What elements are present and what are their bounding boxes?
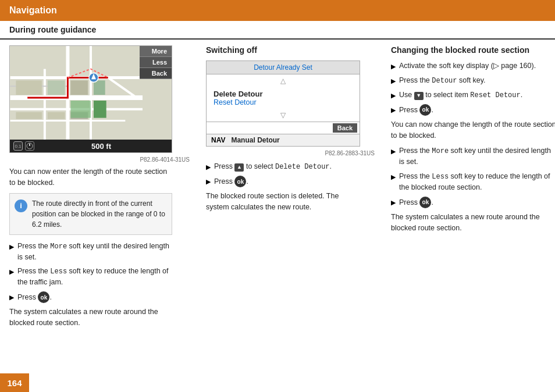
map-ref: P82.86-4014-31US xyxy=(9,156,190,163)
list-item: ▶ Press the Detour soft key. xyxy=(391,75,555,86)
right-bullet-list: ▶ Activate the soft key display (▷ page … xyxy=(391,60,555,116)
list-item: ▶ Press the Less soft key to reduce the … xyxy=(391,171,555,193)
bullet-text: Activate the soft key display (▷ page 16… xyxy=(399,60,536,72)
detour-items: Delete Detour Reset Detour xyxy=(207,87,360,109)
bullet-arrow: ▶ xyxy=(391,91,396,101)
info-box: i The route directly in front of the cur… xyxy=(9,193,172,235)
right-result-text: The system calculates a new route around… xyxy=(391,212,555,234)
triangle-up-icon: ▲ xyxy=(234,163,244,172)
svg-rect-14 xyxy=(70,80,88,95)
list-item: ▶ Press the More soft key until the desi… xyxy=(391,145,555,168)
info-box-text: The route directly in front of the curre… xyxy=(32,198,167,230)
map-distance-icon: 0.1 xyxy=(13,141,23,151)
list-item: ▶ Press ok. xyxy=(391,197,555,208)
svg-rect-18 xyxy=(70,101,91,118)
map-more-button[interactable]: More xyxy=(140,46,172,57)
ok-button-icon: ok xyxy=(38,291,49,303)
ok-button-icon: ok xyxy=(419,197,431,208)
middle-section-title: Switching off xyxy=(206,45,375,55)
map-image: More Less Back 0.1 500 ft xyxy=(9,45,172,153)
bullet-arrow: ▶ xyxy=(206,177,211,187)
detour-item-reset: Reset Detour xyxy=(214,98,353,106)
bullet-arrow: ▶ xyxy=(206,162,211,172)
bullet-text: Press the More soft key until the desire… xyxy=(17,241,172,263)
svg-rect-12 xyxy=(16,112,42,119)
right-column: Changing the blocked route section ▶ Act… xyxy=(391,45,555,333)
nav-label: NAV xyxy=(211,136,225,144)
bullet-arrow: ▶ xyxy=(391,105,396,115)
bullet-text: Press ok. xyxy=(399,197,433,208)
detour-nav-bar: NAV Manual Detour xyxy=(207,134,360,146)
left-calc-text: The system calculates a new route around… xyxy=(9,307,172,329)
svg-rect-13 xyxy=(48,112,65,119)
detour-ref: P82.86-2883-31US xyxy=(206,150,375,156)
detour-body: △ Delete Detour Reset Detour ▽ Back xyxy=(207,74,360,134)
svg-rect-11 xyxy=(48,80,65,95)
detour-arrow-down: ▽ xyxy=(207,109,360,122)
detour-title-bar: Detour Already Set xyxy=(207,61,360,74)
left-bullet-list: ▶ Press the More soft key until the desi… xyxy=(9,241,172,304)
subheader-title: During route guidance xyxy=(9,25,96,34)
detour-back-row: Back xyxy=(207,122,360,134)
middle-column: Switching off Detour Already Set △ Delet… xyxy=(206,45,375,333)
list-item: ▶ Press ok. xyxy=(391,104,555,116)
bullet-arrow: ▶ xyxy=(9,242,14,252)
right-extra-text: You can now change the length of the rou… xyxy=(391,119,555,141)
list-item: ▶ Activate the soft key display (▷ page … xyxy=(391,60,555,72)
bullet-arrow: ▶ xyxy=(391,172,396,182)
info-icon: i xyxy=(15,199,27,212)
map-less-button[interactable]: Less xyxy=(140,57,172,68)
bullet-arrow: ▶ xyxy=(391,76,396,86)
bullet-arrow: ▶ xyxy=(391,198,396,208)
detour-box: Detour Already Set △ Delete Detour Reset… xyxy=(206,60,360,147)
map-bottom-bar: 0.1 500 ft xyxy=(10,140,172,152)
bullet-text: Press ok. xyxy=(399,104,433,116)
list-item: ▶ Press the More soft key until the desi… xyxy=(9,241,172,263)
list-item: ▶ Press ok. xyxy=(9,291,172,303)
left-column: More Less Back 0.1 500 ft P82.86-4014-31… xyxy=(9,45,190,333)
bullet-text: Press the More soft key until the desire… xyxy=(399,145,555,168)
map-overlay-buttons: More Less Back xyxy=(140,46,172,79)
bullet-arrow: ▶ xyxy=(9,293,14,302)
bullet-text: Press ▲ to select Delete Detour. xyxy=(214,161,332,172)
bullet-arrow: ▶ xyxy=(391,147,396,156)
triangle-down-icon: ▼ xyxy=(414,92,424,100)
right-section-title: Changing the blocked route section xyxy=(391,45,555,55)
left-intro-text: You can now enter the length of the rout… xyxy=(9,166,172,188)
detour-arrow-up: △ xyxy=(207,74,360,87)
detour-item-delete: Delete Detour xyxy=(214,90,353,98)
list-item: ▶ Use ▼ to select item Reset Detour. xyxy=(391,90,555,101)
right-bullet-list-2: ▶ Press the More soft key until the desi… xyxy=(391,145,555,208)
bullet-arrow: ▶ xyxy=(9,267,14,277)
middle-result-text: The blocked route section is deleted. Th… xyxy=(206,191,360,213)
map-distance-label: 500 ft xyxy=(91,142,111,151)
map-compass-icon xyxy=(25,141,34,151)
bullet-arrow: ▶ xyxy=(391,62,396,72)
page-header: Navigation xyxy=(0,0,555,21)
bullet-text: Use ▼ to select item Reset Detour. xyxy=(399,90,522,101)
page-subheader: During route guidance xyxy=(0,21,555,40)
ok-button-icon: ok xyxy=(419,104,431,116)
nav-mode: Manual Detour xyxy=(231,136,279,144)
header-title: Navigation xyxy=(9,5,57,16)
detour-back-button[interactable]: Back xyxy=(333,123,357,133)
detour-title-text: Detour Already Set xyxy=(254,63,312,72)
bullet-text: Press ok. xyxy=(214,176,248,187)
bullet-text: Press the Detour soft key. xyxy=(399,75,486,86)
bullet-text: Press ok. xyxy=(17,291,52,303)
middle-bullet-list: ▶ Press ▲ to select Delete Detour. ▶ Pre… xyxy=(206,161,375,187)
ok-button-icon: ok xyxy=(234,176,246,187)
list-item: ▶ Press the Less soft key to reduce the … xyxy=(9,266,172,288)
bullet-text: Press the Less soft key to reduce the le… xyxy=(17,266,172,288)
svg-rect-10 xyxy=(16,80,42,95)
svg-rect-17 xyxy=(94,101,106,118)
map-back-button[interactable]: Back xyxy=(140,68,172,79)
bullet-text: Press the Less soft key to reduce the le… xyxy=(399,171,555,193)
list-item: ▶ Press ▲ to select Delete Detour. xyxy=(206,161,360,172)
svg-rect-15 xyxy=(94,80,105,95)
page-number: 164 xyxy=(0,373,29,392)
list-item: ▶ Press ok. xyxy=(206,176,360,187)
